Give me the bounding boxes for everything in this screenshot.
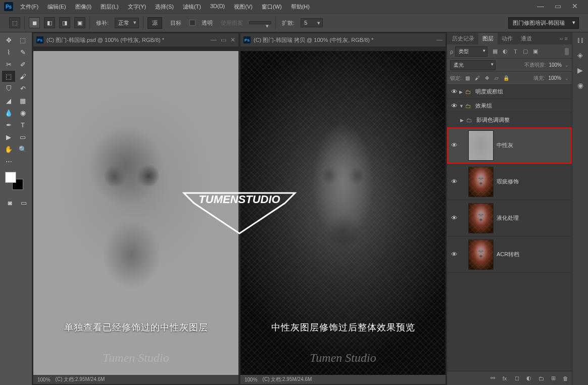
expand-arrow-icon[interactable]: ▶ <box>460 118 466 123</box>
patch-tool[interactable]: ⬚ <box>2 71 15 82</box>
blur-tool[interactable]: 💧 <box>2 107 15 118</box>
filter-shape-icon[interactable]: ▢ <box>522 48 529 55</box>
current-tool-icon[interactable]: ⬚ <box>9 17 20 28</box>
filter-smart-icon[interactable]: ▣ <box>532 48 539 55</box>
eyedropper-tool[interactable]: ✐ <box>16 59 29 70</box>
visibility-icon[interactable]: 👁 <box>449 102 459 110</box>
shape-tool[interactable]: ▭ <box>16 131 29 142</box>
quickmask-tool[interactable]: ◙ <box>4 197 16 208</box>
doc1-minimize[interactable]: ― <box>211 36 217 43</box>
selection-intersect-icon[interactable]: ▣ <box>74 17 85 28</box>
visibility-icon[interactable]: 👁 <box>449 251 459 258</box>
tab-history[interactable]: 历史记录 <box>448 33 478 44</box>
lock-all-icon[interactable]: 🔒 <box>503 75 510 82</box>
visibility-icon[interactable]: 👁 <box>449 178 459 185</box>
tab-layers[interactable]: 图层 <box>478 33 498 44</box>
source-button[interactable]: 源 <box>148 17 162 29</box>
new-layer-icon[interactable]: ⊞ <box>550 375 557 382</box>
transparent-checkbox[interactable] <box>189 20 195 26</box>
diffusion-value[interactable]: 5 <box>301 18 323 27</box>
blend-mode-select[interactable]: 柔光 <box>450 60 496 70</box>
properties-panel-icon[interactable]: ⫿⫿ <box>576 35 585 44</box>
layer-thumbnail[interactable] <box>468 203 494 233</box>
pen-tool[interactable]: ✒ <box>2 119 15 130</box>
quick-select-tool[interactable]: ✎ <box>16 46 29 58</box>
layers-panel-icon[interactable]: ◈ <box>576 51 585 60</box>
opacity-value[interactable]: 100% <box>548 62 563 68</box>
menu-view[interactable]: 视图(V) <box>230 1 257 13</box>
layer-name[interactable]: 瑕疵修饰 <box>497 178 519 185</box>
menu-file[interactable]: 文件(F) <box>16 1 42 13</box>
lock-position-icon[interactable]: ✥ <box>483 75 491 82</box>
visibility-icon[interactable]: 👁 <box>449 141 459 149</box>
lock-transparent-icon[interactable]: ▩ <box>464 75 471 82</box>
repair-mode-select[interactable]: 正常 <box>115 18 139 28</box>
menu-filter[interactable]: 滤镜(T) <box>179 1 205 13</box>
doc1-maximize[interactable]: ▭ <box>221 36 226 43</box>
maximize-button[interactable]: ▭ <box>553 3 563 10</box>
layer-group-2[interactable]: 👁 ▼ 🗀 效果组 <box>447 99 572 113</box>
filter-type-select[interactable]: 类型 <box>455 46 487 57</box>
menu-type[interactable]: 文字(Y) <box>124 1 151 13</box>
group-name[interactable]: 明度观察组 <box>475 88 503 95</box>
layer-fx-icon[interactable]: fx <box>501 375 508 382</box>
new-group-icon[interactable]: 🗀 <box>537 375 545 382</box>
layer-blemish[interactable]: 👁 瑕疵修饰 <box>447 164 572 200</box>
filter-adjust-icon[interactable]: ◐ <box>502 48 509 55</box>
tab-actions[interactable]: 动作 <box>498 33 517 44</box>
menu-edit[interactable]: 编辑(E) <box>43 1 70 13</box>
edit-toolbar[interactable]: ⋯ <box>2 156 15 167</box>
filter-pixel-icon[interactable]: ▦ <box>492 48 499 55</box>
menu-image[interactable]: 图像(I) <box>71 1 95 13</box>
filter-toggle[interactable] <box>565 48 569 55</box>
swatches-panel-icon[interactable]: ◉ <box>576 81 585 90</box>
zoom-tool[interactable]: 🔍 <box>16 143 29 155</box>
menu-layer[interactable]: 图层(L) <box>96 1 122 13</box>
target-button[interactable]: 目标 <box>166 18 185 28</box>
color-swatches[interactable] <box>5 172 23 190</box>
doc1-zoom[interactable]: 100% <box>37 377 51 382</box>
lasso-tool[interactable]: ⌇ <box>2 46 15 58</box>
doc1-close[interactable]: ✕ <box>230 36 235 43</box>
adjustment-layer-icon[interactable]: ◐ <box>525 375 532 382</box>
gradient-tool[interactable]: ▦ <box>16 95 29 106</box>
eraser-tool[interactable]: ◢ <box>2 95 15 106</box>
hand-tool[interactable]: ✋ <box>2 143 15 155</box>
visibility-icon[interactable]: 👁 <box>449 88 459 95</box>
delete-layer-icon[interactable]: 🗑 <box>562 375 569 382</box>
menu-3d[interactable]: 3D(D) <box>206 1 229 13</box>
close-button[interactable]: ✕ <box>570 3 580 10</box>
layer-thumbnail[interactable] <box>468 130 494 161</box>
layer-name[interactable]: 液化处理 <box>497 214 519 222</box>
play-panel-icon[interactable]: ▶ <box>576 66 585 75</box>
stamp-tool[interactable]: ⛉ <box>2 83 15 94</box>
selection-new-icon[interactable]: ◼ <box>29 17 40 28</box>
minimize-button[interactable]: ― <box>535 3 546 10</box>
layer-name[interactable]: ACR转档 <box>497 251 519 258</box>
visibility-icon[interactable]: 👁 <box>449 214 459 222</box>
workspace-select[interactable]: 图门修图培训-韩国瑞 <box>508 17 579 29</box>
layer-thumbnail[interactable] <box>468 239 494 270</box>
layer-mask-icon[interactable]: ◻ <box>513 375 520 382</box>
selection-add-icon[interactable]: ◧ <box>44 17 55 28</box>
layer-thumbnail[interactable] <box>468 167 494 197</box>
doc2-minimize[interactable]: ― <box>436 36 443 43</box>
fill-value[interactable]: 100% <box>547 75 562 81</box>
menu-help[interactable]: 帮助(H) <box>287 1 314 13</box>
link-layers-icon[interactable]: ⚯ <box>489 375 496 382</box>
doc2-zoom[interactable]: 100% <box>244 377 258 382</box>
foreground-color[interactable] <box>5 172 16 183</box>
layer-liquify[interactable]: 👁 液化处理 <box>447 200 572 236</box>
history-brush-tool[interactable]: ↶ <box>16 83 29 94</box>
menu-window[interactable]: 窗口(W) <box>258 1 286 13</box>
filter-type-icon[interactable]: T <box>512 48 519 55</box>
sub-group[interactable]: ▶ 🗀 影调色调调整 <box>447 113 572 127</box>
group-name[interactable]: 效果组 <box>475 102 492 110</box>
layer-acr[interactable]: 👁 ACR转档 <box>447 236 572 273</box>
expand-arrow-icon[interactable]: ▼ <box>459 104 465 109</box>
dodge-tool[interactable]: ◉ <box>16 107 29 118</box>
panel-expand-icon[interactable]: ›› ≡ <box>556 35 571 41</box>
expand-arrow-icon[interactable]: ▶ <box>459 89 465 94</box>
crop-tool[interactable]: ✂ <box>2 59 15 70</box>
marquee-tool[interactable]: ⬚ <box>16 34 29 45</box>
